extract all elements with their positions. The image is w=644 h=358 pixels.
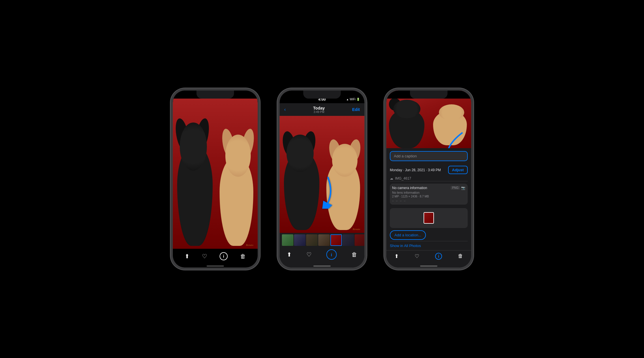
power-button-p2[interactable] — [366, 125, 367, 142]
lens-info: No lens information — [392, 191, 465, 194]
film-thumb-5-selected[interactable] — [330, 234, 342, 246]
film-thumb-1[interactable] — [282, 234, 293, 246]
camera-row-icons: PNG 📷 — [451, 186, 465, 190]
heart-icon-p3[interactable]: ♡ — [415, 253, 419, 259]
dog-black-head-p3 — [393, 100, 420, 118]
map-thumbnail — [424, 212, 434, 224]
phone1-photo: Renato — [173, 99, 258, 249]
phone-2: 4:00 ▲ WiFi 🔋 ‹ Today 3:49 PM Edit — [277, 88, 367, 270]
dog-black-head — [180, 123, 207, 171]
nav-title-wrap-p2: Today 3:49 PM — [313, 106, 325, 114]
phone2-screen: 4:00 ▲ WiFi 🔋 ‹ Today 3:49 PM Edit — [280, 91, 364, 267]
trash-icon-p1[interactable]: 🗑 — [240, 253, 246, 260]
home-indicator-p2 — [313, 265, 331, 267]
phone3-screen: Add a caption Monday · Jun 28, 2021 · 3:… — [386, 91, 471, 267]
mute-button[interactable] — [171, 119, 172, 128]
photo-date: Monday · Jun 28, 2021 · 3:49 PM — [390, 168, 441, 172]
dash-4: – — [404, 199, 406, 202]
volume-down-button[interactable] — [171, 150, 172, 164]
heart-icon-p1[interactable]: ♡ — [202, 253, 207, 260]
camera-info-row: No camera information PNG 📷 — [392, 186, 465, 190]
filename-row: ☁ IMG_4617 — [386, 176, 471, 181]
phone-1: Renato ⬆ ♡ i 🗑 — [171, 88, 260, 270]
info-icon-label-p2: i — [331, 252, 332, 257]
filename-text: IMG_4617 — [395, 176, 411, 180]
dash-2: – — [396, 199, 398, 202]
share-icon-p3[interactable]: ⬆ — [394, 253, 399, 259]
heart-icon-p2[interactable]: ♡ — [306, 251, 312, 258]
volume-down-button-p3[interactable] — [384, 150, 385, 164]
phone3-photo-bg — [386, 91, 471, 148]
volume-up-button[interactable] — [171, 132, 172, 147]
trash-icon-p3[interactable]: 🗑 — [458, 253, 463, 259]
home-indicator-p1 — [207, 265, 224, 267]
mute-button-p2[interactable] — [277, 119, 278, 128]
location-button[interactable]: Add a location... — [390, 230, 426, 240]
photo-signature: Renato — [246, 244, 254, 246]
dash-3: – — [400, 199, 402, 202]
camera-icon: 📷 — [461, 186, 465, 190]
caption-field[interactable]: Add a caption — [390, 151, 468, 161]
film-thumb-3[interactable] — [306, 234, 318, 246]
photo-signature-p2: Renato — [353, 228, 360, 231]
phone2-photo: Renato — [280, 116, 364, 233]
adjust-button[interactable]: Adjust — [448, 166, 468, 174]
dog-cream-head-p3 — [439, 104, 464, 120]
power-button-p3[interactable] — [472, 125, 473, 142]
nav-bar-p2: ‹ Today 3:49 PM Edit — [280, 103, 364, 116]
dog-cream-head-p2 — [332, 144, 357, 177]
camera-label: No camera information — [392, 186, 427, 190]
film-thumb-6[interactable] — [342, 234, 354, 246]
dog-cream-head — [225, 135, 251, 177]
specs-info: 2 MP · 1125 × 2436 · 8.7 MB — [392, 195, 465, 198]
home-indicator-p3 — [420, 265, 437, 267]
back-button-p2[interactable]: ‹ — [284, 107, 286, 112]
mute-button-p3[interactable] — [384, 119, 385, 128]
dog-black-head-p2 — [287, 135, 314, 172]
arrow-caption-svg — [442, 130, 468, 148]
volume-down-button-p2[interactable] — [277, 150, 278, 164]
nav-title-p2: Today — [313, 106, 325, 110]
phone3-photo — [386, 91, 471, 148]
dash-row: – – – – — [392, 199, 465, 202]
edit-button-p2[interactable]: Edit — [352, 107, 360, 112]
png-badge: PNG — [451, 186, 460, 190]
dash-1: – — [392, 199, 394, 202]
power-button[interactable] — [259, 125, 260, 142]
separator-1 — [390, 181, 468, 181]
share-icon-p2[interactable]: ⬆ — [287, 251, 292, 258]
trash-icon-p2[interactable]: 🗑 — [351, 251, 357, 258]
status-time-p2: 4:00 — [318, 97, 326, 101]
volume-up-button-p3[interactable] — [384, 132, 385, 147]
volume-up-button-p2[interactable] — [277, 132, 278, 147]
phone3-info-panel: Add a caption Monday · Jun 28, 2021 · 3:… — [386, 148, 471, 250]
date-row: Monday · Jun 28, 2021 · 3:49 PM Adjust — [386, 164, 471, 176]
toolbar-p3: ⬆ ♡ i 🗑 — [386, 250, 471, 267]
film-thumb-4[interactable] — [318, 234, 330, 246]
show-all-photos-link[interactable]: Show in All Photos — [386, 241, 471, 250]
toolbar-p2: ⬆ ♡ i 🗑 — [280, 247, 364, 267]
phone-3: Add a caption Monday · Jun 28, 2021 · 3:… — [384, 88, 473, 270]
camera-info-card: No camera information PNG 📷 No lens info… — [390, 184, 468, 205]
status-signals-p2: ▲ WiFi 🔋 — [346, 98, 360, 101]
phone1-screen: Renato ⬆ ♡ i 🗑 — [173, 91, 258, 267]
info-button-p2[interactable]: i — [326, 249, 337, 260]
filmstrip-p2[interactable] — [280, 233, 364, 247]
cloud-icon: ☁ — [390, 176, 393, 180]
blue-arrow-p3 — [442, 130, 468, 148]
info-icon-p3[interactable]: i — [435, 253, 442, 260]
status-bar-p2: 4:00 ▲ WiFi 🔋 — [280, 91, 364, 103]
nav-subtitle-p2: 3:49 PM — [313, 110, 325, 114]
info-icon-p1[interactable]: i — [220, 252, 228, 260]
map-area — [390, 208, 468, 228]
film-thumb-2[interactable] — [294, 234, 306, 246]
film-thumb-7[interactable] — [355, 234, 364, 246]
share-icon-p1[interactable]: ⬆ — [185, 253, 190, 260]
